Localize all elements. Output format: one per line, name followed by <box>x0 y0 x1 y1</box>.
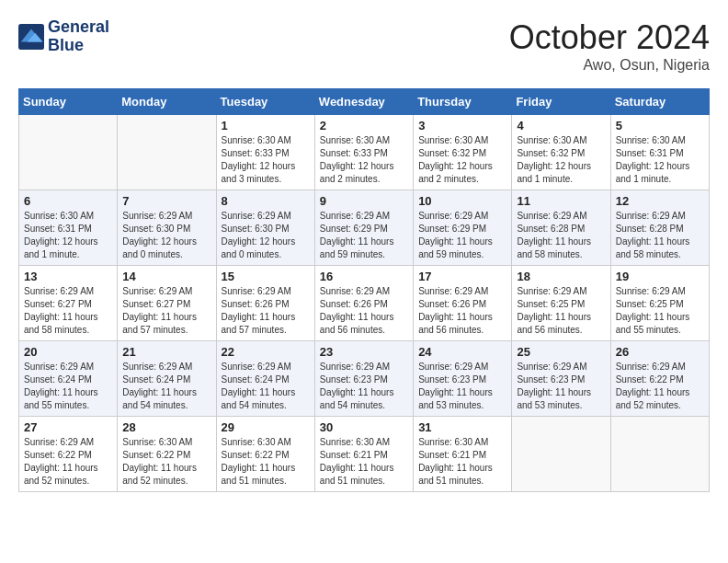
calendar-week-row: 1Sunrise: 6:30 AM Sunset: 6:33 PM Daylig… <box>19 115 710 190</box>
calendar-cell: 21Sunrise: 6:29 AM Sunset: 6:24 PM Dayli… <box>118 341 216 417</box>
day-info: Sunrise: 6:29 AM Sunset: 6:28 PM Dayligh… <box>616 210 704 261</box>
calendar-table: SundayMondayTuesdayWednesdayThursdayFrid… <box>18 88 710 492</box>
day-number: 10 <box>418 194 506 208</box>
calendar-cell: 18Sunrise: 6:29 AM Sunset: 6:25 PM Dayli… <box>512 266 610 341</box>
calendar-cell <box>118 115 216 190</box>
calendar-cell: 11Sunrise: 6:29 AM Sunset: 6:28 PM Dayli… <box>512 190 610 266</box>
month-title: October 2024 <box>509 18 710 57</box>
day-info: Sunrise: 6:30 AM Sunset: 6:22 PM Dayligh… <box>222 436 310 488</box>
day-number: 13 <box>24 270 112 283</box>
day-info: Sunrise: 6:29 AM Sunset: 6:26 PM Dayligh… <box>320 285 408 337</box>
day-number: 3 <box>418 119 506 132</box>
day-number: 15 <box>222 270 310 283</box>
calendar-cell: 3Sunrise: 6:30 AM Sunset: 6:32 PM Daylig… <box>414 115 512 190</box>
day-info: Sunrise: 6:29 AM Sunset: 6:24 PM Dayligh… <box>222 361 310 412</box>
calendar-cell: 29Sunrise: 6:30 AM Sunset: 6:22 PM Dayli… <box>216 417 314 492</box>
day-number: 20 <box>24 345 112 359</box>
day-info: Sunrise: 6:29 AM Sunset: 6:25 PM Dayligh… <box>517 285 605 337</box>
day-info: Sunrise: 6:29 AM Sunset: 6:24 PM Dayligh… <box>122 361 210 412</box>
logo: General Blue <box>18 18 109 55</box>
day-info: Sunrise: 6:30 AM Sunset: 6:33 PM Dayligh… <box>320 134 408 186</box>
calendar-cell: 7Sunrise: 6:29 AM Sunset: 6:30 PM Daylig… <box>118 190 216 266</box>
calendar-cell: 5Sunrise: 6:30 AM Sunset: 6:31 PM Daylig… <box>610 115 709 190</box>
day-number: 5 <box>616 119 704 132</box>
weekday-header: Tuesday <box>216 89 314 115</box>
day-info: Sunrise: 6:30 AM Sunset: 6:21 PM Dayligh… <box>320 436 408 488</box>
calendar-cell: 16Sunrise: 6:29 AM Sunset: 6:26 PM Dayli… <box>314 266 413 341</box>
day-number: 23 <box>320 345 408 359</box>
day-number: 19 <box>616 270 704 283</box>
day-info: Sunrise: 6:29 AM Sunset: 6:27 PM Dayligh… <box>122 285 210 337</box>
day-info: Sunrise: 6:30 AM Sunset: 6:33 PM Dayligh… <box>222 134 310 186</box>
calendar-cell: 15Sunrise: 6:29 AM Sunset: 6:26 PM Dayli… <box>216 266 314 341</box>
day-number: 25 <box>517 345 605 359</box>
weekday-header: Saturday <box>610 89 709 115</box>
day-info: Sunrise: 6:30 AM Sunset: 6:32 PM Dayligh… <box>418 134 506 186</box>
calendar-cell: 22Sunrise: 6:29 AM Sunset: 6:24 PM Dayli… <box>216 341 314 417</box>
calendar-cell: 20Sunrise: 6:29 AM Sunset: 6:24 PM Dayli… <box>19 341 118 417</box>
day-info: Sunrise: 6:30 AM Sunset: 6:21 PM Dayligh… <box>418 436 506 488</box>
day-number: 11 <box>517 194 605 208</box>
calendar-cell: 26Sunrise: 6:29 AM Sunset: 6:22 PM Dayli… <box>610 341 709 417</box>
day-number: 27 <box>24 420 112 434</box>
weekday-header-row: SundayMondayTuesdayWednesdayThursdayFrid… <box>19 89 710 115</box>
logo-text: General Blue <box>48 18 109 55</box>
calendar-cell: 28Sunrise: 6:30 AM Sunset: 6:22 PM Dayli… <box>118 417 216 492</box>
calendar-cell: 30Sunrise: 6:30 AM Sunset: 6:21 PM Dayli… <box>314 417 413 492</box>
calendar-cell: 23Sunrise: 6:29 AM Sunset: 6:23 PM Dayli… <box>314 341 413 417</box>
calendar-cell: 19Sunrise: 6:29 AM Sunset: 6:25 PM Dayli… <box>610 266 709 341</box>
day-number: 14 <box>122 270 210 283</box>
day-number: 6 <box>24 194 112 208</box>
calendar-cell: 25Sunrise: 6:29 AM Sunset: 6:23 PM Dayli… <box>512 341 610 417</box>
calendar-cell: 12Sunrise: 6:29 AM Sunset: 6:28 PM Dayli… <box>610 190 709 266</box>
day-info: Sunrise: 6:29 AM Sunset: 6:26 PM Dayligh… <box>222 285 310 337</box>
page-header: General Blue October 2024 Awo, Osun, Nig… <box>18 18 710 74</box>
day-info: Sunrise: 6:29 AM Sunset: 6:26 PM Dayligh… <box>418 285 506 337</box>
day-number: 24 <box>418 345 506 359</box>
calendar-week-row: 27Sunrise: 6:29 AM Sunset: 6:22 PM Dayli… <box>19 417 710 492</box>
calendar-cell <box>512 417 610 492</box>
day-info: Sunrise: 6:29 AM Sunset: 6:30 PM Dayligh… <box>122 210 210 261</box>
calendar-cell: 24Sunrise: 6:29 AM Sunset: 6:23 PM Dayli… <box>414 341 512 417</box>
day-info: Sunrise: 6:29 AM Sunset: 6:25 PM Dayligh… <box>616 285 704 337</box>
weekday-header: Sunday <box>19 89 118 115</box>
day-number: 2 <box>320 119 408 132</box>
calendar-cell: 10Sunrise: 6:29 AM Sunset: 6:29 PM Dayli… <box>414 190 512 266</box>
title-block: October 2024 Awo, Osun, Nigeria <box>509 18 710 74</box>
day-info: Sunrise: 6:29 AM Sunset: 6:23 PM Dayligh… <box>418 361 506 412</box>
calendar-cell: 2Sunrise: 6:30 AM Sunset: 6:33 PM Daylig… <box>314 115 413 190</box>
day-info: Sunrise: 6:30 AM Sunset: 6:32 PM Dayligh… <box>517 134 605 186</box>
day-number: 18 <box>517 270 605 283</box>
day-info: Sunrise: 6:29 AM Sunset: 6:24 PM Dayligh… <box>24 361 112 412</box>
calendar-week-row: 20Sunrise: 6:29 AM Sunset: 6:24 PM Dayli… <box>19 341 710 417</box>
day-info: Sunrise: 6:30 AM Sunset: 6:31 PM Dayligh… <box>24 210 112 261</box>
day-info: Sunrise: 6:29 AM Sunset: 6:30 PM Dayligh… <box>222 210 310 261</box>
calendar-cell: 8Sunrise: 6:29 AM Sunset: 6:30 PM Daylig… <box>216 190 314 266</box>
calendar-cell: 4Sunrise: 6:30 AM Sunset: 6:32 PM Daylig… <box>512 115 610 190</box>
calendar-cell: 14Sunrise: 6:29 AM Sunset: 6:27 PM Dayli… <box>118 266 216 341</box>
calendar-cell: 6Sunrise: 6:30 AM Sunset: 6:31 PM Daylig… <box>19 190 118 266</box>
day-number: 31 <box>418 420 506 434</box>
day-number: 17 <box>418 270 506 283</box>
day-info: Sunrise: 6:29 AM Sunset: 6:22 PM Dayligh… <box>24 436 112 488</box>
day-number: 16 <box>320 270 408 283</box>
day-number: 29 <box>222 420 310 434</box>
calendar-cell <box>610 417 709 492</box>
day-info: Sunrise: 6:29 AM Sunset: 6:28 PM Dayligh… <box>517 210 605 261</box>
calendar-cell: 17Sunrise: 6:29 AM Sunset: 6:26 PM Dayli… <box>414 266 512 341</box>
day-number: 8 <box>222 194 310 208</box>
day-number: 21 <box>122 345 210 359</box>
day-number: 1 <box>222 119 310 132</box>
calendar-week-row: 13Sunrise: 6:29 AM Sunset: 6:27 PM Dayli… <box>19 266 710 341</box>
weekday-header: Thursday <box>414 89 512 115</box>
day-info: Sunrise: 6:29 AM Sunset: 6:27 PM Dayligh… <box>24 285 112 337</box>
calendar-cell: 1Sunrise: 6:30 AM Sunset: 6:33 PM Daylig… <box>216 115 314 190</box>
day-info: Sunrise: 6:29 AM Sunset: 6:22 PM Dayligh… <box>616 361 704 412</box>
day-info: Sunrise: 6:29 AM Sunset: 6:23 PM Dayligh… <box>320 361 408 412</box>
calendar-cell <box>19 115 118 190</box>
day-info: Sunrise: 6:29 AM Sunset: 6:29 PM Dayligh… <box>320 210 408 261</box>
calendar-week-row: 6Sunrise: 6:30 AM Sunset: 6:31 PM Daylig… <box>19 190 710 266</box>
day-number: 9 <box>320 194 408 208</box>
weekday-header: Friday <box>512 89 610 115</box>
calendar-cell: 13Sunrise: 6:29 AM Sunset: 6:27 PM Dayli… <box>19 266 118 341</box>
